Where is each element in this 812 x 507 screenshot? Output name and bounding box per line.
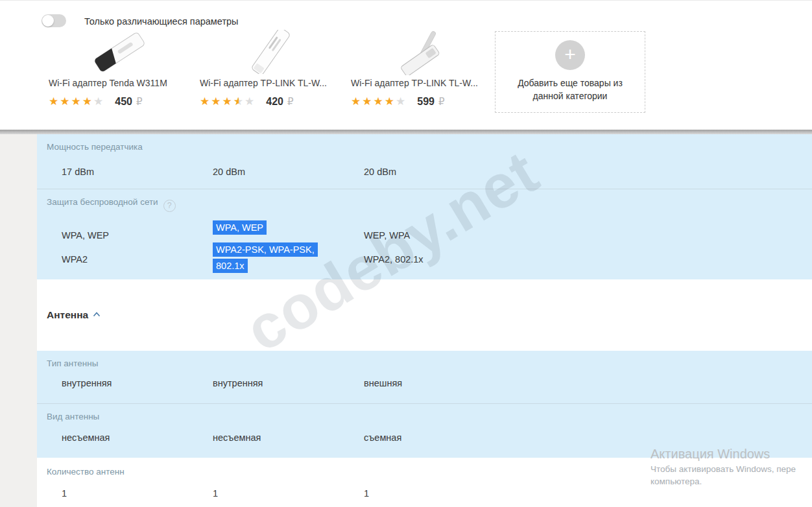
cell-value: несъемная — [62, 404, 213, 458]
cell-value: WEP, WPA WPA2, 802.1x — [364, 189, 515, 279]
star-icon: ★ — [200, 95, 211, 108]
selected-text: WPA2-PSK, WPA-PSK, 802.1x — [213, 242, 318, 273]
star-icon: ★ — [385, 95, 396, 108]
cell-value: внутренняя — [62, 351, 213, 403]
cell-value: несъемная — [213, 404, 364, 458]
product-card[interactable]: Wi-Fi адаптер TP-LINK TL-W... ★★★★★ 599 … — [346, 1, 497, 130]
star-icon: ★ — [396, 95, 407, 108]
section-header-antenna[interactable]: Антенна — [47, 308, 101, 321]
cell-value: WPA, WEP WPA2 — [62, 189, 213, 279]
chevron-up-icon — [93, 308, 101, 319]
rating-stars: ★★★★★ — [49, 95, 104, 108]
star-icon: ★ — [374, 95, 385, 108]
star-icon: ★ — [222, 95, 233, 108]
product-name[interactable]: Wi-Fi адаптер TP-LINK TL-W... — [200, 78, 344, 88]
cell-value: 17 dBm — [62, 134, 213, 189]
cell-value: 20 dBm — [364, 134, 515, 189]
plus-icon: + — [555, 40, 585, 70]
cell-value: 20 dBm — [213, 134, 364, 189]
product-image-tplink-antenna — [346, 29, 497, 75]
cell-value-selected: WPA, WEP WPA2-PSK, WPA-PSK, 802.1x — [213, 189, 329, 279]
cell-value: 1 — [213, 458, 364, 507]
rating-stars: ★★★★★ — [351, 95, 407, 108]
star-icon: ★ — [362, 95, 373, 108]
product-card[interactable]: Wi-Fi адаптер Tenda W311M ★★★★★ 450 ₽ — [43, 1, 195, 130]
table-row-wireless-security: Защита беспроводной сети? WPA, WEP WPA2 … — [37, 189, 812, 279]
cell-value: внутренняя — [213, 351, 364, 403]
header-divider-bar — [0, 130, 812, 134]
products-header-panel: Только различающиеся параметры Wi-Fi ада… — [0, 0, 812, 130]
ruble-sign: ₽ — [287, 96, 294, 108]
table-row-antenna-type: Тип антенны внутренняя внутренняя внешня… — [37, 351, 812, 403]
star-icon: ★ — [233, 95, 245, 108]
table-row-antenna-count: Количество антенн 1 1 1 — [37, 458, 812, 507]
star-icon: ★ — [211, 95, 222, 108]
star-icon: ★ — [60, 95, 71, 108]
ruble-sign: ₽ — [136, 96, 143, 108]
cell-value: 1 — [62, 458, 213, 507]
table-row-transmitter-power: Мощность передатчика 17 dBm 20 dBm 20 dB… — [37, 134, 812, 189]
cell-value: внешняя — [364, 351, 515, 403]
product-card[interactable]: Wi-Fi адаптер TP-LINK TL-W... ★★★★★ 420 … — [195, 1, 346, 130]
product-name[interactable]: Wi-Fi адаптер Tenda W311M — [49, 78, 193, 88]
add-products-button[interactable]: + Добавить еще товары из данной категори… — [495, 31, 645, 113]
rating-stars: ★★★★★ — [200, 95, 256, 108]
star-icon: ★ — [49, 95, 60, 108]
cell-value: съемная — [364, 404, 515, 458]
product-price: 420 — [266, 96, 283, 108]
product-name[interactable]: Wi-Fi адаптер TP-LINK TL-W... — [351, 78, 495, 88]
selected-text: WPA, WEP — [213, 220, 267, 235]
star-icon: ★ — [351, 95, 362, 108]
star-icon: ★ — [71, 95, 82, 108]
star-icon: ★ — [82, 95, 93, 108]
usb-antenna-adapter-icon — [383, 29, 460, 75]
usb-adapter-icon — [232, 30, 309, 74]
usb-adapter-icon — [80, 30, 158, 74]
star-icon: ★ — [245, 95, 256, 108]
comparison-page: Только различающиеся параметры Wi-Fi ада… — [0, 0, 812, 507]
product-image-tenda — [43, 29, 195, 75]
section-antenna: Антенна — [37, 279, 812, 351]
ruble-sign: ₽ — [438, 96, 445, 108]
add-products-label: Добавить еще товары из данной категории — [508, 77, 632, 103]
product-price: 450 — [115, 96, 132, 108]
product-image-tplink — [195, 29, 346, 75]
table-row-antenna-kind: Вид антенны несъемная несъемная съемная — [37, 403, 812, 458]
cell-value: 1 — [364, 458, 515, 507]
product-price: 599 — [417, 96, 435, 108]
star-icon: ★ — [93, 95, 104, 108]
